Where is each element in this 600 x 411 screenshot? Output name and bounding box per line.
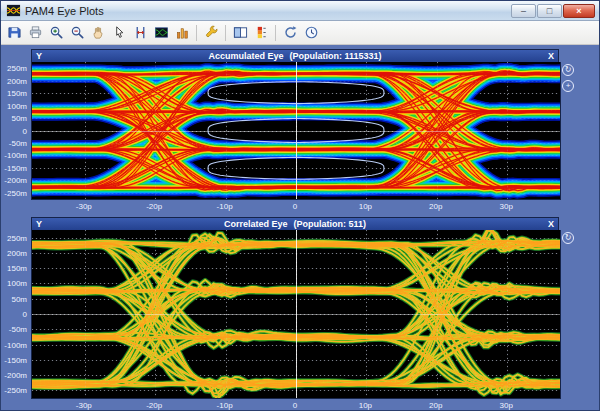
- clock-icon: [304, 25, 319, 40]
- y-tick-label: -100m: [4, 341, 27, 350]
- save-button[interactable]: [4, 23, 24, 43]
- population-badge: (Population: 1115331): [290, 51, 382, 61]
- x-tick-label: -10p: [210, 202, 240, 211]
- colorbar-icon: [254, 25, 269, 40]
- splitview-icon: [233, 25, 248, 40]
- eyewave-icon: [154, 25, 169, 40]
- replay-icon: [283, 25, 298, 40]
- y-tick-label: -50m: [9, 325, 27, 334]
- x-tick-label: 10p: [350, 401, 380, 410]
- x-tick-label: 30p: [491, 401, 521, 410]
- x-tick-labels: -30p-20p-10p010p20p30p: [1, 401, 599, 411]
- hand-icon: [91, 25, 106, 40]
- zoom-mode-button[interactable]: +: [562, 80, 574, 92]
- titlebar[interactable]: PAM4 Eye Plots – □ ×: [1, 1, 599, 21]
- x-tick-label: -30p: [69, 401, 99, 410]
- x-tick-label: 0: [280, 202, 310, 211]
- x-tick-label: 10p: [350, 202, 380, 211]
- y-tick-label: 250m: [7, 234, 27, 243]
- plot-side-buttons: ↻: [562, 232, 574, 244]
- y-tick-label: 50m: [11, 295, 27, 304]
- app-icon: [6, 3, 21, 18]
- x-tick-label: -20p: [139, 401, 169, 410]
- reset-view-button[interactable]: ↻: [562, 64, 574, 76]
- y-tick-label: -150m: [4, 356, 27, 365]
- vmarkers-icon: [133, 25, 148, 40]
- histogram-button[interactable]: [172, 23, 192, 43]
- y-tick-label: 150m: [7, 89, 27, 98]
- y-tick-label: 50m: [11, 114, 27, 123]
- x-tick-label: 30p: [491, 202, 521, 211]
- x-tick-label: -10p: [210, 401, 240, 410]
- y-tick-label: 0: [23, 310, 27, 319]
- plot-title-text: Correlated Eye: [224, 219, 288, 229]
- vertical-markers-button[interactable]: [130, 23, 150, 43]
- correlated-eye-title: Correlated Eye(Population: 511): [42, 219, 548, 229]
- window-controls: – □ ×: [510, 4, 596, 18]
- zoom-in-icon: [49, 25, 64, 40]
- x-axis-label: X: [548, 51, 554, 61]
- correlated-eye-canvas[interactable]: [31, 230, 561, 399]
- wrench-icon: [204, 25, 219, 40]
- y-tick-label: 250m: [7, 64, 27, 73]
- y-tick-label: 200m: [7, 77, 27, 86]
- minimize-button[interactable]: –: [511, 4, 536, 18]
- floppy-icon: [7, 25, 22, 40]
- y-tick-label: -100m: [4, 151, 27, 160]
- colorbar-button[interactable]: [251, 23, 271, 43]
- printer-icon: [28, 25, 43, 40]
- plot-side-buttons: ↻+: [562, 64, 574, 92]
- population-badge: (Population: 511): [294, 219, 367, 229]
- reset-view-button[interactable]: ↻: [562, 232, 574, 244]
- histogram-icon: [175, 25, 190, 40]
- cursor-icon: [112, 25, 127, 40]
- zoom-in-button[interactable]: [46, 23, 66, 43]
- x-tick-label: 20p: [421, 202, 451, 211]
- accumulated-eye-canvas[interactable]: [31, 62, 561, 200]
- toolbar-separator: [196, 25, 197, 41]
- accumulated-eye-panel: Y Accumulated Eye(Population: 1115331) X…: [1, 49, 599, 215]
- pam4-eye-plots-window: PAM4 Eye Plots – □ × Y Accumulated Eye(P…: [0, 0, 600, 411]
- zoom-out-icon: [70, 25, 85, 40]
- zoom-out-button[interactable]: [67, 23, 87, 43]
- close-button[interactable]: ×: [563, 4, 595, 18]
- toolbar-separator: [275, 25, 276, 41]
- x-axis-label: X: [548, 219, 554, 229]
- y-tick-label: 150m: [7, 264, 27, 273]
- y-tick-label: 200m: [7, 249, 27, 258]
- y-tick-label: 100m: [7, 102, 27, 111]
- accumulated-eye-header: Y Accumulated Eye(Population: 1115331) X: [31, 49, 559, 62]
- y-tick-label: -150m: [4, 164, 27, 173]
- figure-area: Y Accumulated Eye(Population: 1115331) X…: [1, 45, 599, 410]
- print-button[interactable]: [25, 23, 45, 43]
- correlated-eye-panel: Y Correlated Eye(Population: 511) X 250m…: [1, 217, 599, 410]
- x-tick-labels: -30p-20p-10p010p20p30p: [1, 202, 599, 212]
- x-tick-label: 0: [280, 401, 310, 410]
- figure-toolbar: [1, 21, 599, 45]
- correlated-eye-header: Y Correlated Eye(Population: 511) X: [31, 217, 559, 230]
- window-title: PAM4 Eye Plots: [25, 5, 104, 17]
- y-tick-label: 0: [23, 127, 27, 136]
- settings-button[interactable]: [201, 23, 221, 43]
- x-tick-label: -20p: [139, 202, 169, 211]
- toolbar-separator: [225, 25, 226, 41]
- refresh-button[interactable]: [301, 23, 321, 43]
- x-tick-label: -30p: [69, 202, 99, 211]
- plot-title-text: Accumulated Eye: [208, 51, 283, 61]
- replay-button[interactable]: [280, 23, 300, 43]
- x-tick-label: 20p: [421, 401, 451, 410]
- y-tick-label: 100m: [7, 279, 27, 288]
- eye-measure-button[interactable]: [151, 23, 171, 43]
- data-cursor-button[interactable]: [109, 23, 129, 43]
- pan-button[interactable]: [88, 23, 108, 43]
- y-tick-label: -50m: [9, 139, 27, 148]
- y-tick-label: -250m: [4, 386, 27, 395]
- split-view-button[interactable]: [230, 23, 250, 43]
- y-tick-label: -200m: [4, 176, 27, 185]
- maximize-button[interactable]: □: [537, 4, 562, 18]
- y-tick-label: -250m: [4, 189, 27, 198]
- y-tick-label: -200m: [4, 371, 27, 380]
- accumulated-eye-title: Accumulated Eye(Population: 1115331): [42, 51, 548, 61]
